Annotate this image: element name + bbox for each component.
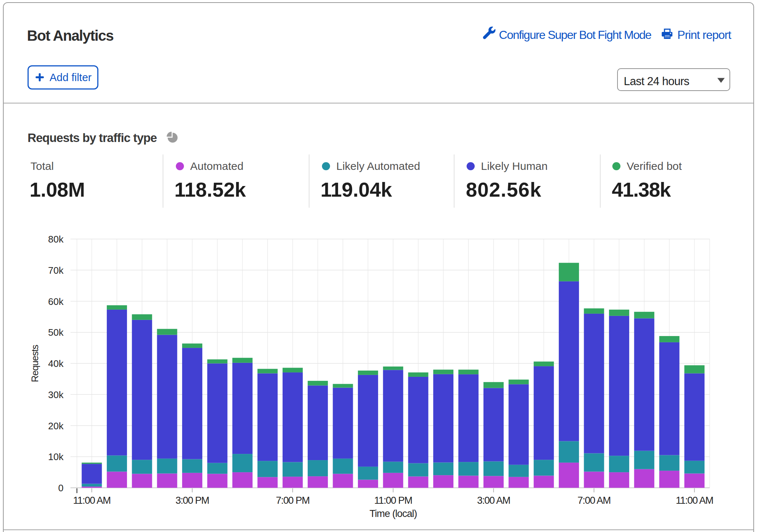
svg-text:Likely Automated: Likely Automated xyxy=(336,160,420,172)
svg-text:Time (local): Time (local) xyxy=(369,508,417,519)
svg-text:Likely Human: Likely Human xyxy=(481,160,548,172)
svg-text:Print report: Print report xyxy=(677,28,731,41)
svg-text:Automated: Automated xyxy=(190,160,243,172)
svg-text:Last 24 hours: Last 24 hours xyxy=(624,75,689,88)
svg-text:11:00 AM: 11:00 AM xyxy=(73,495,111,506)
svg-text:11:00 AM: 11:00 AM xyxy=(676,495,713,506)
svg-text:Add filter: Add filter xyxy=(50,72,92,83)
svg-text:Requests: Requests xyxy=(29,345,40,382)
svg-text:70k: 70k xyxy=(48,265,64,276)
svg-text:80k: 80k xyxy=(48,234,64,245)
svg-text:802.56k: 802.56k xyxy=(466,178,542,201)
svg-text:3:00 AM: 3:00 AM xyxy=(477,495,510,506)
svg-text:11:00 PM: 11:00 PM xyxy=(374,495,412,506)
svg-text:1.08M: 1.08M xyxy=(30,178,85,201)
svg-text:40k: 40k xyxy=(48,358,64,369)
svg-text:Total: Total xyxy=(30,160,54,172)
svg-text:7:00 PM: 7:00 PM xyxy=(276,495,309,506)
svg-text:30k: 30k xyxy=(48,389,64,400)
svg-text:Configure Super Bot Fight Mode: Configure Super Bot Fight Mode xyxy=(499,28,651,41)
svg-text:Verified bot: Verified bot xyxy=(627,160,682,172)
svg-text:0: 0 xyxy=(58,482,64,493)
svg-text:10k: 10k xyxy=(48,451,64,462)
svg-text:Requests by traffic type: Requests by traffic type xyxy=(28,131,157,145)
svg-text:119.04k: 119.04k xyxy=(320,178,392,201)
svg-text:7:00 AM: 7:00 AM xyxy=(577,495,611,506)
svg-text:60k: 60k xyxy=(48,296,64,307)
svg-text:118.52k: 118.52k xyxy=(174,178,246,201)
svg-text:20k: 20k xyxy=(48,420,64,431)
svg-text:50k: 50k xyxy=(48,327,64,338)
svg-text:41.38k: 41.38k xyxy=(612,178,671,201)
svg-text:3:00 PM: 3:00 PM xyxy=(175,495,209,506)
svg-text:Bot Analytics: Bot Analytics xyxy=(27,28,113,44)
